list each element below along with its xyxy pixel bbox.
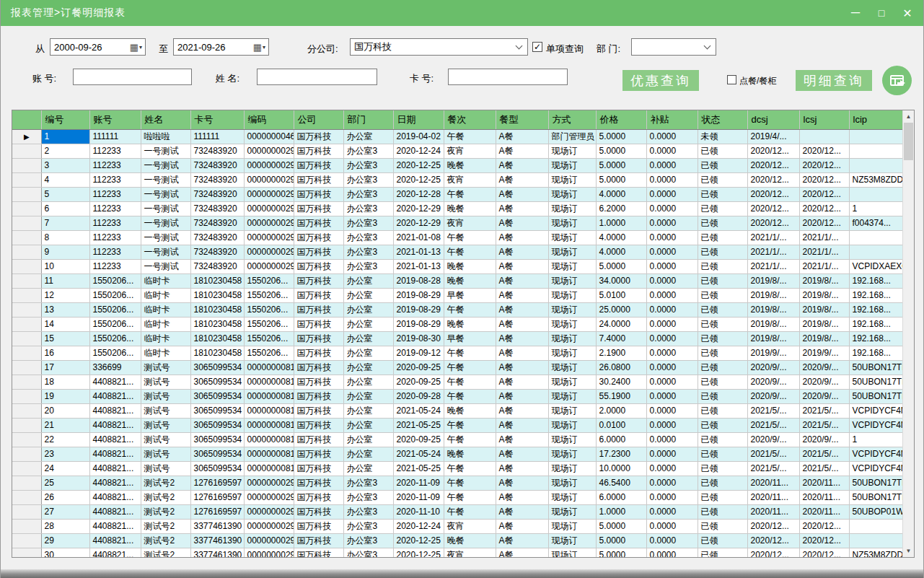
cell[interactable]: 8 <box>41 230 89 245</box>
cell[interactable]: A餐 <box>496 447 548 461</box>
cell[interactable]: 办公室3 <box>343 504 393 519</box>
cell[interactable]: 6 <box>41 201 89 216</box>
cell[interactable]: 2020/12... <box>747 201 799 216</box>
row-selector[interactable] <box>12 533 41 548</box>
cell[interactable]: 2021-01-13 <box>393 245 444 259</box>
cell[interactable] <box>849 230 903 245</box>
cell[interactable]: 2020/12... <box>799 548 849 557</box>
cell[interactable]: 2021/5/... <box>799 418 849 432</box>
cell[interactable]: 2020/12... <box>799 187 849 201</box>
cell[interactable]: 现场订 <box>548 432 596 447</box>
cell[interactable]: 一号测试 <box>141 245 190 259</box>
row-selector[interactable] <box>12 389 41 403</box>
row-selector[interactable] <box>12 548 41 557</box>
cell[interactable]: 测试号 <box>141 389 190 403</box>
cell[interactable]: 0000000081 <box>244 389 294 403</box>
cell[interactable]: 0000000029 <box>244 187 294 201</box>
cell[interactable]: 1276169597 <box>190 504 244 519</box>
cell[interactable]: 2020-12-25 <box>393 548 444 557</box>
cell[interactable]: 已领 <box>698 144 747 158</box>
cell[interactable]: 现场订 <box>548 418 596 432</box>
cell[interactable]: 1810230458 <box>190 273 244 288</box>
cell[interactable]: 2020-11-09 <box>393 490 444 504</box>
cell[interactable]: 9 <box>41 245 89 259</box>
row-selector[interactable] <box>12 144 41 158</box>
cell[interactable]: 1550206... <box>244 346 294 360</box>
cell[interactable]: 临时卡 <box>141 273 190 288</box>
cell[interactable]: 11 <box>41 273 89 288</box>
scroll-up-button[interactable]: ▲ <box>903 110 914 123</box>
cell[interactable]: 2019/9/... <box>747 346 799 360</box>
cell[interactable]: 午餐 <box>444 375 496 389</box>
row-selector[interactable] <box>12 172 41 187</box>
cell[interactable]: 国万科技 <box>294 216 343 230</box>
cell[interactable]: 办公室 <box>343 360 393 375</box>
cell[interactable]: A餐 <box>496 317 548 331</box>
row-selector[interactable] <box>12 245 41 259</box>
cell[interactable]: 46.5400 <box>596 476 646 490</box>
row-selector[interactable] <box>12 504 41 519</box>
cell[interactable]: 17.2300 <box>596 447 646 461</box>
cell[interactable]: 192.168... <box>849 346 903 360</box>
cell[interactable]: 午餐 <box>444 245 496 259</box>
cell[interactable]: 现场订 <box>548 230 596 245</box>
cell[interactable]: 2021/5/... <box>799 461 849 476</box>
cell[interactable]: 0000000029 <box>244 490 294 504</box>
cell[interactable]: 732483920 <box>190 172 244 187</box>
cell[interactable]: 办公室3 <box>343 230 393 245</box>
cell[interactable]: 4.0000 <box>596 245 646 259</box>
cell[interactable]: 一号测试 <box>141 172 190 187</box>
cell[interactable]: 国万科技 <box>294 187 343 201</box>
meal-cabinet-checkbox[interactable] <box>727 75 736 84</box>
cell[interactable]: 国万科技 <box>294 158 343 172</box>
cell[interactable]: 2020/11... <box>799 504 849 519</box>
cell[interactable]: 50UBOP01WB <box>849 504 903 519</box>
cell[interactable]: 0000000081 <box>244 432 294 447</box>
cell[interactable]: 临时卡 <box>141 346 190 360</box>
cell[interactable]: 2020-09-25 <box>393 375 444 389</box>
cell[interactable]: 112233 <box>89 259 141 273</box>
cell[interactable]: 测试号2 <box>141 476 190 490</box>
cell[interactable]: 2020-12-24 <box>393 519 444 533</box>
column-header[interactable]: 账号 <box>89 110 141 129</box>
cell[interactable]: 13 <box>41 302 89 317</box>
cell[interactable]: 192.168... <box>849 317 903 331</box>
cell[interactable]: 测试号 <box>141 403 190 418</box>
cell[interactable]: 4408821... <box>89 504 141 519</box>
cell[interactable]: 已领 <box>698 432 747 447</box>
cell[interactable]: 2020/12... <box>799 158 849 172</box>
cell[interactable]: 6.0000 <box>596 432 646 447</box>
cell[interactable]: 2021/5/... <box>799 403 849 418</box>
cell[interactable]: 现场订 <box>548 519 596 533</box>
cell[interactable] <box>849 144 903 158</box>
cell[interactable]: 2021/1/... <box>799 230 849 245</box>
cell[interactable]: 午餐 <box>444 346 496 360</box>
branch-combobox[interactable]: 国万科技 <box>350 38 528 56</box>
cell[interactable]: 19 <box>41 389 89 403</box>
cell[interactable]: 已领 <box>698 418 747 432</box>
maximize-button[interactable]: □ <box>870 0 893 26</box>
cell[interactable]: 已领 <box>698 288 747 302</box>
row-selector[interactable] <box>12 476 41 490</box>
cell[interactable]: 23 <box>41 447 89 461</box>
cell[interactable]: 国万科技 <box>294 447 343 461</box>
cell[interactable]: 4408821... <box>89 418 141 432</box>
cell[interactable]: A餐 <box>496 403 548 418</box>
cell[interactable]: 已领 <box>698 317 747 331</box>
cell[interactable]: 1 <box>849 432 903 447</box>
cell[interactable]: 34.0000 <box>596 273 646 288</box>
cell[interactable]: 临时卡 <box>141 288 190 302</box>
cell[interactable]: 1810230458 <box>190 346 244 360</box>
cell[interactable]: 1810230458 <box>190 317 244 331</box>
cell[interactable]: 5.0000 <box>596 519 646 533</box>
cell[interactable]: 0.0000 <box>646 245 698 259</box>
cell[interactable]: 1810230458 <box>190 331 244 346</box>
cell[interactable]: 午餐 <box>444 129 496 144</box>
minimize-button[interactable]: ─ <box>844 0 867 26</box>
cell[interactable]: 夜宵 <box>444 144 496 158</box>
cell[interactable]: 112233 <box>89 187 141 201</box>
cell[interactable]: 早餐 <box>444 288 496 302</box>
cell[interactable]: 0000000029 <box>244 519 294 533</box>
cell[interactable]: 现场订 <box>548 172 596 187</box>
cell[interactable]: 25 <box>41 476 89 490</box>
